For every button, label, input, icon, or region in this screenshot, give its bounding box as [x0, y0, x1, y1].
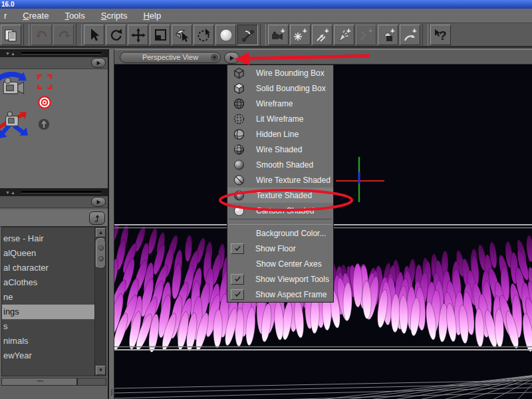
- sphcartoon-icon: [232, 204, 246, 217]
- pan-camera-icon[interactable]: [0, 104, 31, 140]
- checkbox-checked: [231, 243, 244, 254]
- new-primitive-button[interactable]: [378, 25, 398, 45]
- menu-item-background-color[interactable]: Background Color...: [227, 225, 333, 241]
- scene-list-item-al-character[interactable]: al character: [2, 261, 95, 275]
- new-point-light-button[interactable]: [290, 25, 311, 45]
- menu-item-wire-shaded[interactable]: Wire Shaded: [227, 142, 333, 157]
- pane-header-scene-list[interactable]: ▼▲: [0, 188, 108, 196]
- menu-item-hidden-line[interactable]: Hidden Line: [227, 126, 333, 142]
- sphtexture-icon: [232, 189, 246, 202]
- pane-grip-icon: ▼▲: [5, 51, 16, 56]
- redo-icon: [56, 27, 72, 43]
- move-up-icon[interactable]: [38, 118, 50, 130]
- menu-item-label: Show Center Axes: [256, 259, 322, 269]
- titlebar[interactable]: 16.0: [0, 0, 532, 9]
- cursor-icon: [86, 27, 102, 43]
- menubar-item-r[interactable]: r: [4, 11, 7, 21]
- scroll-down-button[interactable]: ▼: [96, 366, 106, 375]
- undo-button[interactable]: [31, 25, 52, 45]
- menu-item-show-aspect-frame[interactable]: Show Aspect Frame: [227, 287, 333, 302]
- menu-item-texture-shaded[interactable]: Texture Shaded: [227, 188, 333, 203]
- scrollbar-thumb[interactable]: ~~: [2, 378, 78, 385]
- menu-item-label: Show Viewport Tools: [255, 275, 329, 284]
- node-selection-tool-button[interactable]: [84, 25, 104, 45]
- menu-item-label: Smooth Shaded: [256, 160, 313, 170]
- up-level-button[interactable]: [89, 211, 105, 225]
- menubar-item-help[interactable]: Help: [143, 11, 161, 21]
- viewport-options-button[interactable]: [224, 52, 239, 64]
- camera-selector[interactable]: Perspective View ▼: [120, 52, 221, 63]
- lasso-selection-tool-button[interactable]: [194, 25, 214, 45]
- spotplus-icon: [336, 27, 352, 43]
- pane-options-button[interactable]: [91, 58, 106, 68]
- menubar-item-create[interactable]: Create: [23, 11, 49, 21]
- scene-list-item-ewyear[interactable]: ewYear: [2, 348, 95, 363]
- translate-tool-button[interactable]: [128, 25, 148, 45]
- camplus-icon: [271, 27, 287, 43]
- sphwireshaded-icon: [232, 143, 246, 156]
- orbit-camera-icon[interactable]: [0, 69, 28, 104]
- menu-item-label: Show Floor: [255, 244, 296, 253]
- joint-editor-tool-button[interactable]: [237, 25, 258, 45]
- lasso-icon: [196, 27, 212, 43]
- rotate-tool-button[interactable]: [106, 25, 126, 45]
- surface-selection-tool-button[interactable]: [172, 25, 192, 45]
- cubesolid-icon: [232, 82, 246, 95]
- frame-selection-icon[interactable]: [36, 73, 53, 90]
- menubar-item-tools[interactable]: Tools: [65, 11, 84, 21]
- menu-item-label: Cartoon Shaded: [256, 206, 314, 215]
- scene-list-item-s[interactable]: s: [2, 319, 95, 334]
- menu-item-solid-bounding-box[interactable]: Solid Bounding Box: [227, 80, 333, 96]
- pane-header-view-tools[interactable]: ▼▲: [0, 49, 108, 57]
- sphhidden-icon: [232, 128, 246, 141]
- sphere-tool-button[interactable]: [215, 25, 236, 45]
- menu-item-lit-wireframe[interactable]: Lit Wireframe: [227, 111, 333, 126]
- menu-item-show-center-axes[interactable]: Show Center Axes: [227, 256, 333, 271]
- cubewire-icon: [232, 66, 246, 80]
- scene-list-item-ne[interactable]: ne: [2, 290, 95, 305]
- menu-item-smooth-shaded[interactable]: Smooth Shaded: [227, 157, 333, 172]
- horizontal-scrollbar[interactable]: ~~: [1, 378, 106, 386]
- menu-item-label: Wire Texture Shaded: [256, 176, 331, 185]
- scroll-up-button[interactable]: ▲: [96, 228, 106, 237]
- scene-list-item-aclothes[interactable]: aClothes: [2, 275, 95, 290]
- new-camera-button[interactable]: [268, 25, 289, 45]
- aim-target-icon[interactable]: [37, 94, 53, 110]
- doc-icon: [3, 27, 19, 43]
- menu-item-label: Show Aspect Frame: [255, 290, 327, 299]
- menu-item-wire-texture-shaded[interactable]: Wire Texture Shaded: [227, 172, 333, 188]
- vertical-scrollbar[interactable]: ▲ ▼: [94, 227, 106, 376]
- viewport-header: Perspective View ▼: [114, 49, 532, 65]
- camera-selector-label: Perspective View: [142, 53, 198, 61]
- scene-list-item-ings[interactable]: ings: [2, 305, 95, 319]
- new-distant-light-button[interactable]: [312, 25, 332, 45]
- sphere-icon: [218, 27, 234, 43]
- new-document-button[interactable]: [1, 25, 21, 45]
- scrollbar-thumb[interactable]: [96, 238, 106, 269]
- new-spotlight-button[interactable]: [334, 25, 354, 45]
- menu-item-show-viewport-tools[interactable]: Show Viewport Tools: [227, 271, 333, 287]
- menu-separator: [229, 219, 332, 225]
- menubar-item-scripts[interactable]: Scripts: [101, 11, 128, 21]
- new-dformer-button[interactable]: [400, 25, 420, 45]
- pane-options-button[interactable]: [91, 197, 106, 207]
- scene-list: erse - HairalQueenal characteraClothesne…: [1, 227, 106, 376]
- menu-item-cartoon-shaded[interactable]: Cartoon Shaded: [227, 203, 333, 218]
- new-null-button[interactable]: [356, 25, 376, 45]
- redo-button[interactable]: [53, 25, 74, 45]
- whats-this-help-button[interactable]: [430, 25, 451, 45]
- lightplus-icon: [293, 27, 309, 43]
- menu-item-show-floor[interactable]: Show Floor: [227, 241, 333, 256]
- menu-item-wireframe[interactable]: Wireframe: [227, 96, 333, 111]
- scale-tool-button[interactable]: [150, 25, 170, 45]
- toolbar-separator: [76, 24, 82, 46]
- menu-item-label: Background Color...: [256, 229, 326, 238]
- scale-icon: [152, 27, 168, 43]
- menu-item-wire-bounding-box[interactable]: Wire Bounding Box: [227, 65, 333, 80]
- scene-list-item-nimals[interactable]: nimals: [2, 334, 95, 348]
- scene-list-item-erse-hair[interactable]: erse - Hair: [2, 231, 95, 246]
- pane-splitter[interactable]: ~~: [108, 49, 114, 399]
- window-title: 16.0: [1, 1, 14, 8]
- toolbar-separator: [260, 24, 266, 46]
- scene-list-item-alqueen[interactable]: alQueen: [2, 246, 95, 261]
